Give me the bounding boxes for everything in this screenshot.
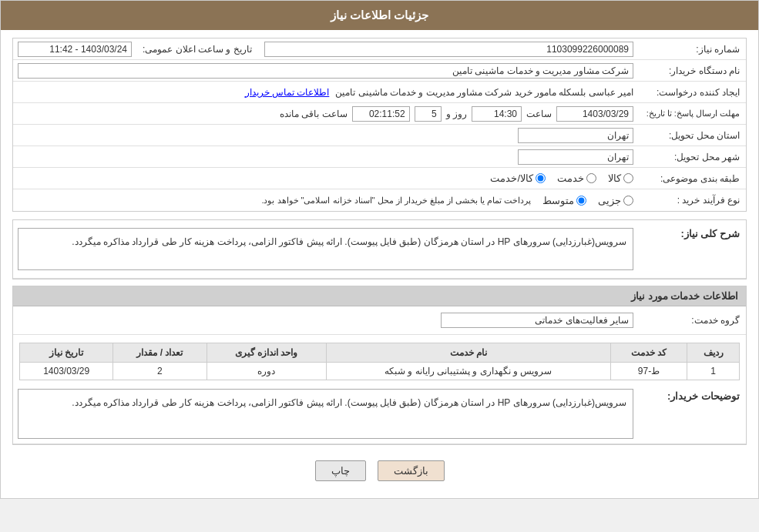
sharh-box: سرویس(غبارزدایی) سرورهای HP در استان هرم… <box>18 228 633 270</box>
shahr-label: شهر محل تحویل: <box>638 149 746 166</box>
tosihaat-content: سرویس(غبارزدایی) سرورهای HP در استان هرم… <box>13 384 638 443</box>
mohlat-time-label: ساعت <box>526 109 552 119</box>
tabaqe-label: طبقه بندی موضوعی: <box>638 170 746 187</box>
services-table-wrapper: ردیف کد خدمت نام خدمت واحد اندازه گیری ت… <box>13 335 746 384</box>
khadamat-section-title: اطلاعات خدمات مورد نیاز <box>13 286 746 306</box>
sharh-text: سرویس(غبارزدایی) سرورهای HP در استان هرم… <box>72 236 626 247</box>
table-cell: 1 <box>687 363 740 380</box>
grohe-khadamat-row: گروه خدمت: <box>13 306 746 335</box>
tabaqe-value: کالا خدمت کالا/خدمت <box>13 170 638 186</box>
shahr-row: شهر محل تحویل: <box>13 146 746 168</box>
shahr-value <box>13 147 638 167</box>
tabaqe-row: طبقه بندی موضوعی: کالا خدمت <box>13 168 746 189</box>
mohlat-day-input[interactable] <box>415 106 442 122</box>
radio-motavaset[interactable]: متوسط <box>542 195 586 206</box>
grohe-khadamat-input[interactable] <box>441 313 633 328</box>
radio-khadamat[interactable]: خدمت <box>557 172 596 184</box>
tarikh-value-cell <box>13 39 136 59</box>
nam-dastgah-label: نام دستگاه خریدار: <box>638 62 746 79</box>
services-table: ردیف کد خدمت نام خدمت واحد اندازه گیری ت… <box>19 343 740 380</box>
ittelaat-link[interactable]: اطلاعات تماس خریدار <box>245 87 330 98</box>
radio-jozii-label: جزیی <box>598 195 621 206</box>
grohe-khadamat-value <box>13 310 638 330</box>
ijad-value: امیر عباسی بلسکله مامور خرید شرکت مشاور … <box>13 85 638 100</box>
header-title: جزئیات اطلاعات نیاز <box>331 8 428 22</box>
mohlat-remain-input[interactable] <box>352 106 410 122</box>
noe-farayand-label: نوع فرآیند خرید : <box>638 192 746 209</box>
shomara-niaz-input[interactable] <box>264 42 633 57</box>
radio-motavaset-input[interactable] <box>576 196 586 206</box>
mohlat-label: مهلت ارسال پاسخ: تا تاریخ: <box>638 105 746 122</box>
noe-description: پرداخت تمام یا بخشی از مبلغ خریدار از مح… <box>261 196 531 206</box>
sharh-label: شرح کلی نیاز: <box>638 225 746 243</box>
ostan-value <box>13 125 638 146</box>
mohlat-date-input[interactable] <box>556 106 633 122</box>
ostan-label: استان محل تحویل: <box>638 127 746 144</box>
table-cell: ط-97 <box>610 363 687 380</box>
noe-farayand-row: نوع فرآیند خرید : جزیی متوسط پرداخت تمام… <box>13 189 746 211</box>
mohlat-value: ساعت روز و ساعت باقی مانده <box>13 104 638 124</box>
ostan-row: استان محل تحویل: <box>13 125 746 146</box>
tosihaat-text: سرویس(غبارزدایی) سرورهای HP در استان هرم… <box>72 397 626 408</box>
nam-dastgah-input[interactable] <box>18 63 633 79</box>
radio-kala[interactable]: کالا <box>608 172 633 184</box>
shomara-niaz-label: شماره نیاز: <box>638 41 746 58</box>
tosihaat-row: توضیحات خریدار: سرویس(غبارزدایی) سرورهای… <box>13 384 746 444</box>
col-radif: ردیف <box>687 343 740 363</box>
nam-dastgah-row: نام دستگاه خریدار: <box>13 60 746 82</box>
radio-motavaset-label: متوسط <box>542 195 574 206</box>
ostan-input[interactable] <box>518 128 633 143</box>
radio-kala-khadamat-input[interactable] <box>536 173 546 183</box>
radio-kala-khadamat[interactable]: کالا/خدمت <box>490 172 546 184</box>
col-kod: کد خدمت <box>610 343 687 363</box>
radio-kala-input[interactable] <box>623 173 633 183</box>
col-nam: نام خدمت <box>326 343 610 363</box>
grohe-khadamat-label: گروه خدمت: <box>638 312 746 329</box>
table-cell: 1403/03/29 <box>20 363 113 380</box>
col-tedad: تعداد / مقدار <box>113 343 207 363</box>
radio-khadamat-label: خدمت <box>557 172 584 184</box>
ijad-text: امیر عباسی بلسکله مامور خرید شرکت مشاور … <box>335 87 633 98</box>
radio-kala-khadamat-label: کالا/خدمت <box>490 172 533 184</box>
sharh-content: سرویس(غبارزدایی) سرورهای HP در استان هرم… <box>13 225 638 273</box>
back-button[interactable]: بازگشت <box>378 460 445 481</box>
main-content: شماره نیاز: تاریخ و ساعت اعلان عمومی: نا… <box>1 30 758 498</box>
col-tarikh: تاریخ نیاز <box>20 343 113 363</box>
mohlat-remain-label: ساعت باقی مانده <box>280 109 348 119</box>
tarikh-label: تاریخ و ساعت اعلان عمومی: <box>136 41 260 58</box>
ijad-label: ایجاد کننده درخواست: <box>638 84 746 101</box>
radio-kala-label: کالا <box>608 172 621 184</box>
noe-farayand-value: جزیی متوسط پرداخت تمام یا بخشی از مبلغ خ… <box>13 192 638 209</box>
shahr-input[interactable] <box>518 149 633 165</box>
shomara-niaz-value <box>260 39 638 59</box>
buttons-row: بازگشت چاپ <box>12 451 747 490</box>
table-cell: سرویس و نگهداری و پشتیبانی رایانه و شبکه <box>326 363 610 380</box>
print-button[interactable]: چاپ <box>315 460 366 481</box>
mohlat-day-label: روز و <box>446 109 467 119</box>
page-title: جزئیات اطلاعات نیاز <box>1 1 758 30</box>
ijad-row: ایجاد کننده درخواست: امیر عباسی بلسکله م… <box>13 82 746 103</box>
tosihaat-label: توضیحات خریدار: <box>638 384 746 408</box>
col-vahed: واحد اندازه گیری <box>207 343 326 363</box>
radio-khadamat-input[interactable] <box>586 173 596 183</box>
khadamat-section: اطلاعات خدمات مورد نیاز گروه خدمت: ردیف … <box>12 286 747 445</box>
radio-jozii-input[interactable] <box>623 196 633 206</box>
sharh-section: شرح کلی نیاز: سرویس(غبارزدایی) سرورهای H… <box>12 219 747 279</box>
table-row: 1ط-97سرویس و نگهداری و پشتیبانی رایانه و… <box>20 363 740 380</box>
sharh-row: شرح کلی نیاز: سرویس(غبارزدایی) سرورهای H… <box>13 220 746 279</box>
radio-jozii[interactable]: جزیی <box>598 195 633 206</box>
table-header-row: ردیف کد خدمت نام خدمت واحد اندازه گیری ت… <box>20 343 740 363</box>
nam-dastgah-value <box>13 61 638 81</box>
mohlat-time-input[interactable] <box>472 106 522 122</box>
mohlat-row: مهلت ارسال پاسخ: تا تاریخ: ساعت روز و سا… <box>13 103 746 125</box>
tosihaat-box: سرویس(غبارزدایی) سرورهای HP در استان هرم… <box>18 389 633 439</box>
table-cell: دوره <box>207 363 326 380</box>
shomara-niaz-row: شماره نیاز: تاریخ و ساعت اعلان عمومی: <box>13 38 746 60</box>
page-wrapper: جزئیات اطلاعات نیاز شماره نیاز: تاریخ و … <box>0 0 759 499</box>
tarikh-input[interactable] <box>18 42 132 57</box>
info-section: شماره نیاز: تاریخ و ساعت اعلان عمومی: نا… <box>12 38 747 212</box>
table-cell: 2 <box>113 363 207 380</box>
